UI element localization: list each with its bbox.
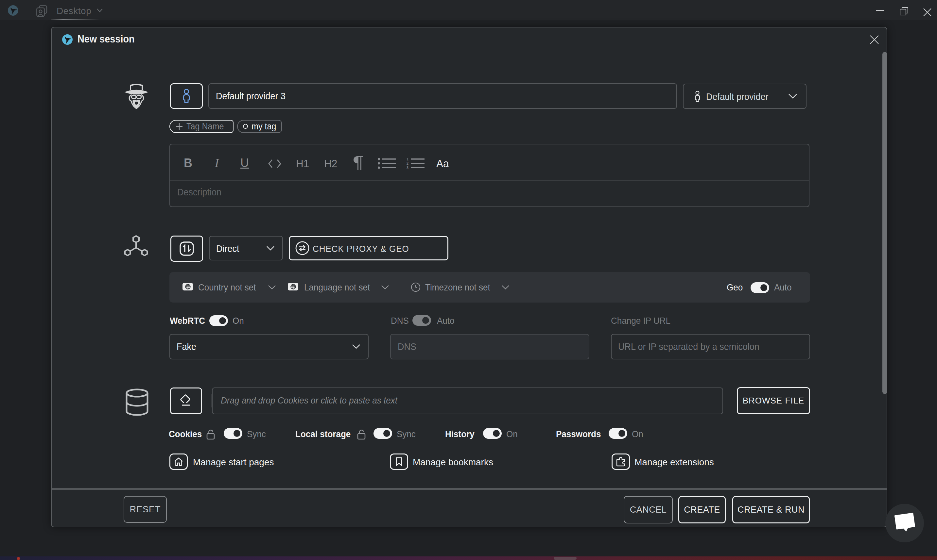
svg-text:1: 1 <box>406 158 409 161</box>
svg-text:2: 2 <box>406 162 409 165</box>
svg-text:3: 3 <box>406 166 409 169</box>
